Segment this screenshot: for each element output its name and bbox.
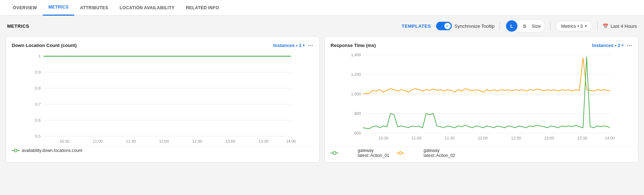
chart-1-more-button[interactable]: ··· (308, 42, 313, 48)
templates-label: TEMPLATES (402, 23, 431, 29)
toolbar: METRICS TEMPLATES ✓ Synchronize Tooltip … (0, 16, 644, 36)
chart-1-header: Down Location Count (count) Instances • … (12, 42, 313, 48)
svg-text:11:00: 11:00 (412, 136, 421, 140)
svg-text:0.9: 0.9 (35, 70, 41, 74)
chart-2-chevron-icon: ▾ (622, 43, 624, 48)
svg-text:12:00: 12:00 (478, 136, 488, 140)
svg-text:0.7: 0.7 (35, 102, 41, 106)
chart-1-instances-label: Instances • 1 (274, 43, 302, 48)
nav-item-location-availability[interactable]: LOCATION AVAILABILITY (114, 0, 180, 16)
chart-2-more-button[interactable]: ··· (627, 42, 632, 48)
metrics-title: METRICS (7, 23, 29, 29)
top-nav: OVERVIEW METRICS ATTRIBUTES LOCATION AVA… (0, 0, 644, 16)
svg-text:14:00: 14:00 (286, 139, 296, 143)
svg-text:12:00: 12:00 (159, 139, 169, 143)
toggle-knob: ✓ (444, 23, 451, 29)
size-small-button[interactable]: S (520, 21, 530, 31)
last-hours-button[interactable]: 📅 Last 4 Hours (603, 23, 637, 29)
svg-point-42 (333, 152, 336, 154)
svg-text:0.5: 0.5 (35, 134, 41, 138)
nav-item-attributes[interactable]: ATTRIBUTES (74, 0, 114, 16)
chart-1-legend: availability.down.locations.count (12, 146, 313, 153)
chart-2-instances-label: Instances • 2 (592, 43, 620, 48)
nav-item-overview[interactable]: OVERVIEW (7, 0, 43, 16)
chart-1-svg: 1 0.9 0.8 0.7 0.6 0.5 10:30 (12, 51, 313, 144)
size-large-button[interactable]: L (506, 20, 517, 32)
divider-3 (597, 22, 598, 30)
svg-text:11:30: 11:30 (126, 139, 136, 143)
chart-2-title: Response Time (ms) (331, 43, 376, 48)
sync-tooltip-toggle[interactable]: ✓ Synchronize Tooltip (436, 22, 495, 30)
svg-text:600: 600 (354, 131, 361, 135)
svg-text:14:00: 14:00 (605, 136, 615, 140)
svg-text:1,200: 1,200 (351, 72, 361, 77)
charts-container: Down Location Count (count) Instances • … (0, 36, 644, 168)
last-hours-label: Last 4 Hours (610, 23, 637, 29)
legend-item-2a: gateway latest::Action_01 (331, 148, 389, 158)
svg-text:13:00: 13:00 (544, 136, 554, 140)
svg-text:13:30: 13:30 (577, 136, 587, 140)
svg-text:13:00: 13:00 (225, 139, 235, 143)
calendar-icon: 📅 (603, 23, 608, 29)
chart-2-svg: 1,400 1,200 1,000 800 600 (331, 51, 632, 144)
svg-text:0.6: 0.6 (35, 118, 41, 122)
legend-1-label: availability.down.locations.count (22, 148, 82, 153)
divider-1 (500, 22, 500, 30)
svg-text:10:30: 10:30 (378, 136, 388, 140)
metrics-dropdown-label: Metrics • 3 (561, 23, 583, 29)
chart-2-header: Response Time (ms) Instances • 2 ▾ ··· (331, 42, 632, 48)
svg-text:1,000: 1,000 (351, 92, 361, 96)
chart-2-header-right: Instances • 2 ▾ ··· (592, 42, 633, 48)
chart-1-header-right: Instances • 1 ▾ ··· (274, 42, 314, 48)
nav-item-metrics[interactable]: METRICS (43, 0, 75, 16)
legend-1-line-icon (12, 148, 20, 153)
legend-item-1: availability.down.locations.count (12, 148, 82, 153)
metrics-chevron-icon: ▾ (585, 24, 587, 28)
svg-point-22 (14, 149, 17, 152)
size-selector[interactable]: L S Size (505, 19, 545, 33)
legend-item-2b: gateway latest::Action_02 (397, 148, 455, 158)
chart-1-title: Down Location Count (count) (12, 43, 77, 48)
legend-2b-line-icon (397, 151, 421, 155)
size-label: Size (532, 23, 541, 29)
svg-text:1,400: 1,400 (351, 53, 361, 57)
svg-text:13:30: 13:30 (259, 139, 269, 143)
chart-1-area: 1 0.9 0.8 0.7 0.6 0.5 10:30 (12, 51, 313, 145)
chart-1-chevron-icon: ▾ (303, 43, 305, 48)
svg-text:800: 800 (354, 111, 361, 116)
chart-card-2: Response Time (ms) Instances • 2 ▾ ··· 1… (324, 36, 638, 163)
legend-2a-line-icon (331, 151, 356, 155)
chart-2-area: 1,400 1,200 1,000 800 600 (331, 51, 632, 145)
sync-tooltip-label: Synchronize Tooltip (455, 23, 495, 29)
chart-2-legend: gateway latest::Action_01 gateway latest… (331, 146, 632, 158)
svg-text:1: 1 (39, 54, 41, 58)
chart-2-instances-button[interactable]: Instances • 2 ▾ (592, 43, 624, 48)
nav-item-related-info[interactable]: RELATED INFO (180, 0, 225, 16)
divider-2 (550, 22, 551, 30)
legend-2b-label: gateway latest::Action_02 (424, 148, 455, 158)
svg-text:0.8: 0.8 (35, 86, 41, 90)
svg-text:12:30: 12:30 (511, 136, 521, 140)
svg-text:11:30: 11:30 (445, 136, 455, 140)
toggle-switch[interactable]: ✓ (436, 22, 452, 30)
svg-text:12:30: 12:30 (192, 139, 202, 143)
check-icon: ✓ (446, 24, 449, 28)
legend-2a-label: gateway latest::Action_01 (358, 148, 389, 158)
metrics-dropdown-button[interactable]: Metrics • 3 ▾ (556, 21, 592, 31)
chart-card-1: Down Location Count (count) Instances • … (6, 36, 320, 163)
svg-text:11:00: 11:00 (93, 139, 103, 143)
svg-text:10:30: 10:30 (60, 139, 70, 143)
svg-point-44 (399, 152, 402, 154)
chart-1-instances-button[interactable]: Instances • 1 ▾ (274, 43, 305, 48)
